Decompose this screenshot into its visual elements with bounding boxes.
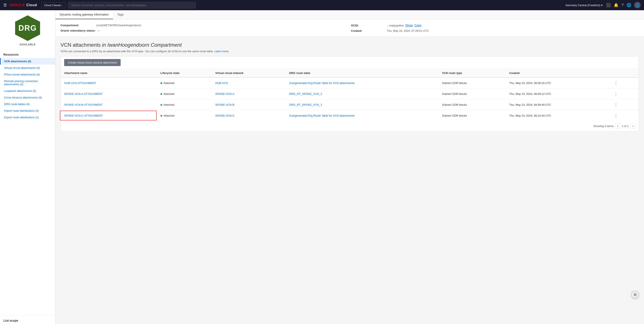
redundancy-label: Oracle redundancy status: xyxy=(60,29,96,32)
status-dot xyxy=(160,104,162,106)
sidebar-item-drg-route-tables[interactable]: DRG route tables (4) xyxy=(0,101,55,108)
prev-page-button[interactable]: ‹ xyxy=(616,124,620,129)
action-menu-cell: ⋮ xyxy=(609,99,639,110)
sidebar-item-loopback[interactable]: Loopback attachments (0) xyxy=(0,88,55,94)
sidebar-item-ipsec[interactable]: IPSec tunnel attachments (0) xyxy=(0,71,55,78)
col-drg-route: DRG route table xyxy=(286,69,438,78)
oracle-logo: ORACLE Cloud xyxy=(10,3,37,7)
drg-route-link[interactable]: DRG_RT_SPOKE_VCN_2 xyxy=(289,92,322,96)
sidebar-item-drg-route-tables-label: DRG route tables (4) xyxy=(4,102,30,106)
vcn-route-type: Subnet CIDR blocks xyxy=(438,110,506,121)
sidebar-item-loopback-label: Loopback attachments (0) xyxy=(4,89,36,92)
created-date: Thu, May 23, 2024, 06:09:49 UTC xyxy=(506,99,609,110)
create-attachment-button[interactable]: Create virtual cloud network attachment xyxy=(64,59,120,66)
floating-help-icon[interactable]: ⊞ xyxy=(631,291,639,298)
vcn-link[interactable]: HUB-VCN xyxy=(215,82,228,84)
attachment-name-link[interactable]: HUB-VCN-ATTACHMENT xyxy=(64,82,96,84)
top-nav: ☰ ORACLE Cloud Cloud Classic › Germany C… xyxy=(0,0,644,10)
sidebar-nav: VCN attachments (4) Virtual circuit atta… xyxy=(0,58,55,314)
drg-route-link[interactable]: Autogenerated Drg Route Table for VCN at… xyxy=(289,82,354,84)
nav-right: Germany Central (Frankfurt) ▾ ⬛ 🔔 ? 🌐 👤 xyxy=(566,2,640,8)
sidebar-item-export-route[interactable]: Export route distributions (1) xyxy=(0,114,55,121)
sidebar-item-remote-peering[interactable]: Remote peering connection attachments (0… xyxy=(0,78,55,88)
attachment-name-link[interactable]: SPOKE-VCN-A-ATTACHMENT xyxy=(64,92,103,96)
bell-icon[interactable]: 🔔 xyxy=(614,3,618,8)
sidebar-item-virtual-circuit-label: Virtual circuit attachments (0) xyxy=(4,66,40,70)
sidebar: DRG AVAILABLE Resources VCN attachments … xyxy=(0,10,56,324)
sidebar-item-remote-peering-label: Remote peering connection attachments (0… xyxy=(4,80,38,86)
cloud-classic-button[interactable]: Cloud Classic › xyxy=(41,2,66,8)
row-action-menu[interactable]: ⋮ xyxy=(612,80,620,86)
lifecycle-state: Attached xyxy=(157,78,212,88)
compartment-row: Compartment (root)/NETWORK/IwanHoogendoo… xyxy=(60,24,348,32)
info-grid: Compartment (root)/NETWORK/IwanHoogendoo… xyxy=(60,24,639,32)
pagination-showing: Showing 4 items xyxy=(593,124,614,128)
search-input[interactable] xyxy=(68,2,196,8)
list-scope-label: List scope xyxy=(0,315,55,324)
drg-route-link[interactable]: Autogenerated Drg Route Table for VCN at… xyxy=(289,114,354,117)
help-icon[interactable]: ? xyxy=(622,3,624,8)
oracle-text: ORACLE xyxy=(10,3,25,7)
monitor-icon[interactable]: ⬛ xyxy=(606,3,611,8)
sidebar-item-virtual-circuit[interactable]: Virtual circuit attachments (0) xyxy=(0,64,55,71)
learn-more-link[interactable]: Learn more xyxy=(214,50,228,53)
hamburger-icon[interactable]: ☰ xyxy=(4,3,7,8)
show-link[interactable]: Show xyxy=(405,24,413,27)
info-panel: Dynamic routing gateway information Tags… xyxy=(56,10,644,37)
sidebar-item-cross-tenancy[interactable]: Cross-tenancy attachments (0) xyxy=(0,94,55,101)
vcn-subtitle: VCNs are connected to a DRG by an attach… xyxy=(60,50,639,53)
table-row: SPOKE-VCN-C-ATTACHMENTAttachedSPOKE-VCN-… xyxy=(61,110,639,121)
col-actions xyxy=(609,69,639,78)
table-row: HUB-VCN-ATTACHMENTAttachedHUB-VCNAutogen… xyxy=(61,78,639,88)
tab-info[interactable]: Dynamic routing gateway information xyxy=(56,10,113,19)
sidebar-item-cross-tenancy-label: Cross-tenancy attachments (0) xyxy=(4,96,42,99)
created-value: Thu, May 16, 2024, 07:28:51 UTC xyxy=(387,29,429,32)
sidebar-item-vcn-attachments[interactable]: VCN attachments (4) xyxy=(0,58,55,64)
row-action-menu[interactable]: ⋮ xyxy=(612,91,620,97)
row-action-menu[interactable]: ⋮ xyxy=(612,102,620,108)
globe-icon[interactable]: 🌐 xyxy=(626,3,631,8)
tab-tags[interactable]: Tags xyxy=(113,10,128,19)
table-header: Attachment name Lifecycle state Virtual … xyxy=(61,69,639,78)
vcn-route-type: Subnet CIDR blocks xyxy=(438,99,506,110)
ocid-row: OCID: ...vxqqcgvkka Show Copy Created: T… xyxy=(351,24,639,32)
main-content: Dynamic routing gateway information Tags… xyxy=(56,10,644,324)
vcn-link[interactable]: SPOKE-VCN-C xyxy=(215,114,234,117)
vcn-title-prefix: VCN attachments xyxy=(60,42,100,48)
sidebar-item-export-route-label: Export route distributions (1) xyxy=(4,116,39,119)
sidebar-item-import-route[interactable]: Import route distributions (3) xyxy=(0,108,55,114)
attachment-name-link[interactable]: SPOKE-VCN-C-ATTACHMENT xyxy=(64,114,103,117)
drg-route-link[interactable]: DRG_RT_SPOKE_VCN_2 xyxy=(289,103,322,106)
row-action-menu[interactable]: ⋮ xyxy=(612,112,620,118)
compartment-value: (root)/NETWORK/IwanHoogendoorn xyxy=(96,24,141,27)
lifecycle-state: Attached xyxy=(157,88,212,99)
avatar[interactable]: 👤 xyxy=(634,2,640,8)
col-vcn-route: VCN route type xyxy=(438,69,506,78)
status-dot xyxy=(160,115,162,116)
vcn-link[interactable]: SPOKE-VCN-A xyxy=(215,92,234,96)
compartment-label: Compartment xyxy=(60,24,94,27)
table-row: SPOKE-VCN-A-ATTACHMENTAttachedSPOKE-VCN-… xyxy=(61,88,639,99)
region-label: Germany Central (Frankfurt) xyxy=(566,4,600,7)
help-grid-icon: ⊞ xyxy=(634,292,637,297)
region-selector[interactable]: Germany Central (Frankfurt) ▾ xyxy=(566,4,603,7)
info-body: Compartment (root)/NETWORK/IwanHoogendoo… xyxy=(56,20,644,37)
redundancy-value: — xyxy=(97,29,100,32)
col-lifecycle: Lifecycle state xyxy=(157,69,212,78)
sidebar-item-vcn-attachments-label: VCN attachments (4) xyxy=(4,60,31,63)
created-date: Thu, May 23, 2024, 06:10:44 UTC xyxy=(506,110,609,121)
copy-link[interactable]: Copy xyxy=(414,24,422,27)
next-page-button[interactable]: › xyxy=(630,124,635,129)
vcn-link[interactable]: SPOKE-VCN-B xyxy=(215,103,234,106)
vcn-title-italic: in IwanHoogendoorn xyxy=(102,42,151,48)
ocid-label: OCID: xyxy=(351,24,385,27)
created-date: Thu, May 23, 2024, 06:09:12 UTC xyxy=(506,88,609,99)
drg-icon: DRG xyxy=(14,15,42,41)
vcn-section: VCN attachments in IwanHoogendoorn Compa… xyxy=(56,37,644,137)
action-menu-cell: ⋮ xyxy=(609,78,639,88)
table-container: Create virtual cloud network attachment … xyxy=(60,56,639,132)
drg-icon-section: DRG AVAILABLE xyxy=(0,10,55,50)
region-chevron-icon: ▾ xyxy=(601,4,603,7)
attachments-table: Attachment name Lifecycle state Virtual … xyxy=(61,69,639,121)
attachment-name-link[interactable]: SPOKE-VCN-B-ATTACHMENT xyxy=(64,103,103,106)
